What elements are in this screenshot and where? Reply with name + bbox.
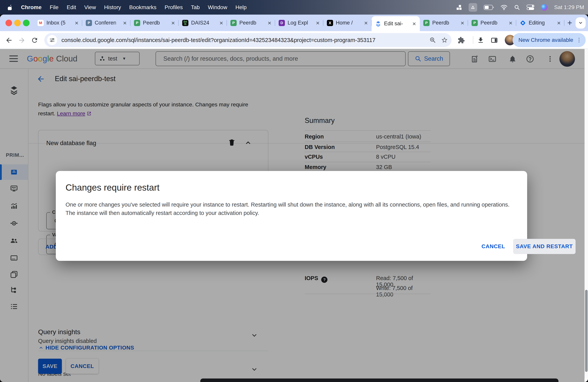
reload-button[interactable] (30, 36, 39, 45)
update-chrome-pill[interactable]: New Chrome available ⋮ (513, 33, 586, 47)
browser-tab-log-explorer[interactable]: Log Expl × (275, 15, 323, 31)
datadog-favicon (279, 20, 285, 26)
minimize-window-button[interactable] (14, 20, 21, 26)
apple-icon[interactable] (8, 4, 13, 10)
close-window-button[interactable] (5, 20, 12, 26)
gmail-favicon (38, 20, 44, 26)
siri-icon[interactable] (541, 4, 547, 11)
browser-tab-editing[interactable]: Editing × (516, 15, 565, 31)
url-text[interactable]: console.cloud.google.com/sql/instances/s… (62, 37, 376, 43)
tab-close-icon[interactable]: × (74, 20, 80, 26)
cloud-sql-favicon (375, 21, 381, 27)
scrollbar-thumb[interactable] (585, 290, 588, 372)
background-window-bar[interactable] (200, 379, 558, 382)
peerdb-favicon (472, 20, 478, 26)
browser-menu-icon[interactable]: ⋮ (576, 37, 582, 43)
browser-tab-conference[interactable]: Conferen × (82, 15, 130, 31)
tab-close-icon[interactable]: × (170, 20, 176, 26)
download-icon[interactable] (476, 36, 485, 45)
tab-close-icon[interactable]: × (218, 20, 224, 26)
browser-tab-peerdb-3[interactable]: Peerdb × (420, 15, 468, 31)
back-button[interactable] (4, 36, 14, 45)
app-status-icon[interactable] (469, 3, 477, 12)
x-favicon (327, 20, 333, 26)
browser-toolbar: console.cloud.google.com/sql/instances/s… (0, 31, 588, 49)
postgres-favicon (86, 20, 92, 26)
menu-tab[interactable]: Tab (191, 4, 200, 11)
site-settings-icon[interactable] (47, 35, 57, 45)
dialog-body: One or more changes you've selected will… (65, 201, 519, 217)
maps-pin-favicon (520, 20, 526, 26)
tab-close-icon[interactable]: × (411, 21, 417, 27)
menu-window[interactable]: Window (208, 4, 227, 11)
menu-file[interactable]: File (50, 4, 59, 11)
changes-require-restart-dialog: Changes require restart One or more chan… (56, 171, 527, 261)
peerdb-favicon (134, 20, 140, 26)
browser-tab-dais24[interactable]: DAIS24 × (179, 15, 227, 31)
browser-tab-inbox[interactable]: Inbox (5 × (34, 15, 82, 31)
menu-chrome[interactable]: Chrome (21, 4, 42, 11)
tab-close-icon[interactable]: × (460, 20, 465, 26)
wifi-icon[interactable] (501, 5, 507, 10)
menu-profiles[interactable]: Profiles (165, 4, 183, 11)
browser-tab-x-home[interactable]: Home / × (323, 15, 372, 31)
bookmark-star-icon[interactable] (441, 37, 448, 43)
zoom-window-button[interactable] (23, 20, 30, 26)
save-and-restart-button[interactable]: SAVE AND RESTART (513, 239, 576, 254)
peerdb-favicon (423, 20, 430, 26)
tab-close-icon[interactable]: × (508, 20, 514, 26)
dialog-cancel-button[interactable]: CANCEL (476, 239, 511, 254)
page-scrollbar[interactable] (585, 49, 588, 378)
extensions-icon[interactable] (457, 36, 466, 45)
tab-close-icon[interactable]: × (122, 20, 128, 26)
side-panel-icon[interactable] (490, 36, 499, 45)
menu-help[interactable]: Help (235, 4, 247, 11)
screen: Chrome File Edit View History Bookmarks … (0, 0, 588, 382)
tab-close-icon[interactable]: × (267, 20, 273, 26)
browser-tab-peerdb-4[interactable]: Peerdb × (468, 15, 516, 31)
tab-close-icon[interactable]: × (556, 20, 562, 26)
tab-search-button[interactable] (576, 17, 586, 29)
tab-strip: Inbox (5 × Conferen × Peerdb × DAIS24 × (0, 15, 588, 31)
menu-edit[interactable]: Edit (67, 4, 76, 11)
spotlight-search-icon[interactable] (514, 4, 520, 10)
battery-icon[interactable] (484, 5, 494, 10)
new-tab-button[interactable]: + (565, 15, 575, 31)
browser-tab-peerdb-1[interactable]: Peerdb × (130, 15, 179, 31)
menu-history[interactable]: History (104, 4, 121, 11)
dais-favicon (182, 20, 189, 26)
control-center-icon[interactable] (526, 5, 534, 10)
omnibox[interactable]: console.cloud.google.com/sql/instances/s… (44, 33, 452, 47)
zoom-page-icon[interactable] (429, 37, 436, 43)
peerdb-favicon (231, 20, 237, 26)
macos-menu-bar: Chrome File Edit View History Bookmarks … (0, 0, 588, 15)
browser-tab-edit-sai-active[interactable]: Edit sai- × (372, 16, 420, 31)
menu-view[interactable]: View (84, 4, 96, 11)
browser-tab-peerdb-2[interactable]: Peerdb × (227, 15, 275, 31)
toolbar-divider (473, 36, 473, 44)
menu-bar-clock[interactable]: Sat 1:29 PM (554, 4, 584, 11)
dialog-title: Changes require restart (65, 182, 159, 193)
tab-close-icon[interactable]: × (363, 20, 369, 26)
forward-button[interactable] (17, 36, 26, 45)
blocks-status-icon[interactable] (456, 4, 462, 10)
menu-bookmarks[interactable]: Bookmarks (129, 4, 156, 11)
tab-close-icon[interactable]: × (315, 20, 321, 26)
